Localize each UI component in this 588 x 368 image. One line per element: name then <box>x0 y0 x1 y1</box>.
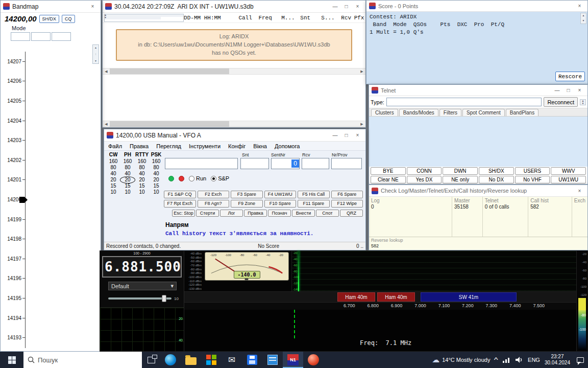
band-cell[interactable]: 15 <box>120 183 135 189</box>
telnet-command-button[interactable]: CONN <box>407 167 442 175</box>
band-cell[interactable]: 160 <box>106 158 120 165</box>
telnet-command-button[interactable]: BYE <box>371 167 406 175</box>
close-button[interactable]: × <box>87 2 98 11</box>
band-cell[interactable]: 10 <box>120 189 135 195</box>
function-key-button[interactable]: F8 Agn? <box>198 200 230 208</box>
mail-app-button[interactable]: ✉ <box>222 352 242 368</box>
band-cell[interactable]: 40 <box>135 171 149 177</box>
search-input[interactable] <box>38 356 138 364</box>
menu-item[interactable]: Правка <box>130 143 149 149</box>
close-button[interactable]: × <box>352 131 363 140</box>
sentnr-input[interactable]: 0 <box>271 158 300 169</box>
start-button[interactable] <box>0 352 23 368</box>
sdr-profile-dropdown[interactable]: Default ▾ <box>108 282 177 290</box>
spectrum-display[interactable]: -40 dBm-50 dBm-60 dBm-70 dBm-80 dBm-90 d… <box>184 251 576 291</box>
function-key-button[interactable]: F10 Spare <box>264 200 297 208</box>
minimize-button[interactable]: — <box>330 2 340 11</box>
scroll-left-icon[interactable]: ◀ <box>103 68 110 74</box>
band-block[interactable]: Ham 40m <box>337 292 375 302</box>
telnet-command-button[interactable]: NE only <box>443 176 478 183</box>
telnet-command-button[interactable]: UW1WU <box>551 176 586 183</box>
entry-title-bar[interactable]: 14200,00 USB Manual - VFO A — □ × <box>104 129 365 142</box>
band-cell[interactable]: 15 <box>135 183 149 189</box>
function-key-button[interactable]: F1 S&P CQ <box>164 191 196 198</box>
maximize-button[interactable]: □ <box>563 86 574 95</box>
telnet-spinner[interactable]: ▲▼ <box>580 99 586 105</box>
sp-radio[interactable]: S&P <box>211 175 229 181</box>
function-key-button[interactable]: F6 Spare <box>331 191 363 198</box>
sdr-frequency-display[interactable]: 6.881.500 <box>102 256 182 278</box>
radio-app-button[interactable] <box>303 352 324 368</box>
log-column-header[interactable]: DD-MM HH:MM <box>184 15 238 21</box>
bandmap-combo-3[interactable] <box>52 32 71 41</box>
taskbar-search[interactable] <box>23 352 142 368</box>
edge-browser-button[interactable] <box>160 352 181 368</box>
band-block[interactable]: SW 41m <box>421 292 517 302</box>
rescore-button[interactable]: Rescore <box>555 72 585 81</box>
menu-item[interactable]: Вікна <box>253 143 267 149</box>
function-key-button[interactable]: F11 Spare <box>298 200 330 208</box>
function-key-button[interactable]: F4 UW1WU <box>264 191 297 198</box>
waterfall[interactable]: Freq: 7.1 MHz <box>184 310 576 351</box>
band-cell[interactable]: 20 <box>106 177 120 183</box>
band-block[interactable]: Ham 40m <box>377 292 415 302</box>
band-cell[interactable]: 40 <box>149 171 163 177</box>
telnet-command-button[interactable]: Yes DX <box>407 176 442 183</box>
telnet-command-button[interactable]: No DX <box>479 176 514 183</box>
entry-action-button[interactable]: Лог <box>220 210 243 217</box>
close-button[interactable]: × <box>352 2 363 11</box>
telnet-command-button[interactable]: WWV <box>551 167 586 175</box>
check-title-bar[interactable]: Check Log/Master/Telnet/Exch/Call histor… <box>369 185 587 197</box>
maximize-button[interactable]: □ <box>341 2 352 11</box>
callsign-input[interactable] <box>165 158 238 169</box>
score-title-bar[interactable]: Score - 0 Points × <box>366 1 587 12</box>
horizontal-scrollbar[interactable]: ◀ ▶ <box>103 121 365 127</box>
band-cell[interactable]: 20 <box>135 177 149 183</box>
bandmap-combo-2[interactable] <box>31 32 51 41</box>
telnet-command-button[interactable]: USERS <box>515 167 550 175</box>
band-cell[interactable]: 20 <box>149 177 163 183</box>
entry-action-button[interactable]: Esc: Stop <box>172 210 195 217</box>
tray-expand-icon[interactable]: ^ <box>494 356 498 363</box>
run-radio[interactable]: Run <box>189 175 206 181</box>
log-column-header[interactable]: M... <box>281 15 300 21</box>
entry-action-button[interactable]: Познач <box>268 210 291 217</box>
function-key-button[interactable]: F9 Zone <box>231 200 263 208</box>
log-column-header[interactable]: Call <box>238 15 258 21</box>
menu-item[interactable]: Інструменти <box>189 143 220 149</box>
band-cell[interactable]: 80 <box>120 165 135 171</box>
band-cell[interactable]: 160 <box>135 158 149 165</box>
language-indicator[interactable]: ENG <box>528 357 540 363</box>
telnet-title-bar[interactable]: Telnet — □ × <box>369 85 587 96</box>
band-cell[interactable]: 10 <box>135 189 149 195</box>
menu-item[interactable]: Конфіг <box>228 143 246 149</box>
volume-icon[interactable] <box>515 356 523 363</box>
rcv-input[interactable] <box>302 158 329 169</box>
band-cell[interactable]: 80 <box>149 165 163 171</box>
clock[interactable]: 23:27 30.04.2024 <box>545 354 570 366</box>
close-button[interactable]: × <box>574 86 585 95</box>
scroll-right-icon[interactable]: ▶ <box>358 121 365 127</box>
menu-item[interactable]: Допомога <box>275 143 300 149</box>
function-key-button[interactable]: F3 Spare <box>231 191 263 198</box>
band-cell[interactable]: 10 <box>106 189 120 195</box>
function-key-button[interactable]: F7 Rpt Exch <box>164 200 196 208</box>
function-key-button[interactable]: F5 His Call <box>298 191 330 198</box>
tab[interactable]: BandPlans <box>506 109 538 116</box>
log-column-header[interactable]: S... <box>321 15 341 21</box>
tab[interactable]: Clusters <box>371 109 398 116</box>
nrprov-input[interactable] <box>331 158 362 169</box>
minimize-button[interactable]: — <box>330 131 340 140</box>
band-cell[interactable]: 40 <box>106 171 120 177</box>
entry-action-button[interactable]: Стерти <box>196 210 219 217</box>
entry-action-button[interactable]: Правка <box>244 210 267 217</box>
network-icon[interactable] <box>502 357 510 363</box>
log-column-header[interactable]: Rcv <box>341 15 354 21</box>
bandmap-combo-1[interactable] <box>11 32 30 41</box>
log-column-header[interactable]: Freq <box>258 15 281 21</box>
entry-action-button[interactable]: Внести <box>292 210 315 217</box>
band-cell[interactable]: 80 <box>106 165 120 171</box>
menu-item[interactable]: Файл <box>108 143 122 149</box>
bandmap-scale[interactable]: 1420714206142051420414203142021420114200… <box>1 52 101 348</box>
close-button[interactable]: × <box>574 187 585 195</box>
